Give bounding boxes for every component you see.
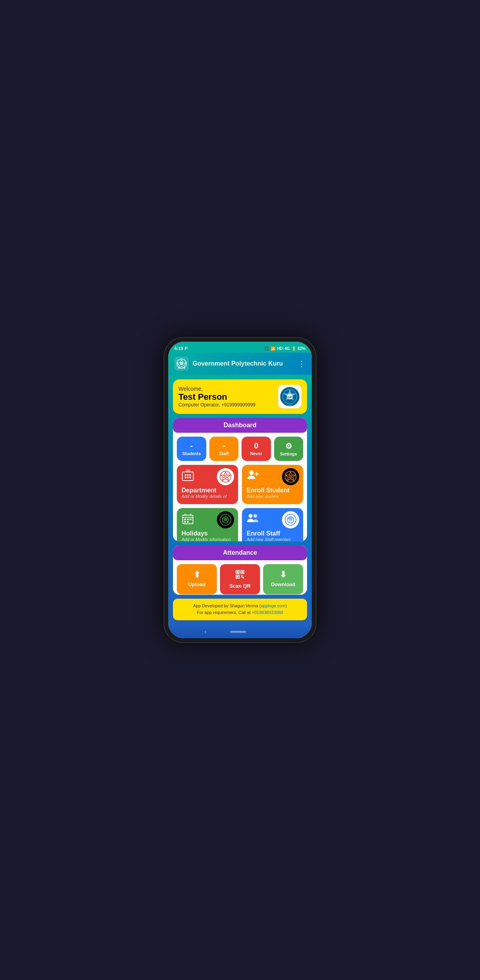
enroll-student-card[interactable]: Enroll Student Add new student <box>242 465 303 504</box>
svg-rect-34 <box>187 521 189 523</box>
department-icon: 24 <box>182 469 194 484</box>
user-name: Test Person <box>178 392 255 402</box>
footer-line2: For app requirement, Call at +9198389330… <box>178 609 302 616</box>
status-bar: 6:19 P 🎧 📶 HD↑4G 🔋 82% <box>168 342 312 353</box>
user-role: Computer Operator, +919999999999 <box>178 402 255 408</box>
students-value: - <box>180 441 203 450</box>
footer-card: App Developed by Shagun Verma (apploge.c… <box>173 599 307 620</box>
students-stat[interactable]: - Students <box>177 437 206 461</box>
enroll-staff-card[interactable]: Enroll Staff Add new Staff member. <box>242 508 303 541</box>
never-label: Never <box>245 451 268 456</box>
network-type: HD↑4G <box>277 346 290 351</box>
qr-icon <box>235 570 245 581</box>
svg-point-2 <box>180 362 183 365</box>
svg-rect-45 <box>242 571 243 573</box>
welcome-text: Welcome, Test Person Computer Operator, … <box>178 386 255 408</box>
greeting-text: Welcome, <box>178 386 255 392</box>
college-logo-icon <box>176 358 187 369</box>
svg-rect-14 <box>187 477 189 478</box>
svg-text:KURU: KURU <box>287 404 292 406</box>
svg-point-19 <box>224 475 227 479</box>
download-button[interactable]: ⬇ Download <box>263 564 303 594</box>
holidays-card[interactable]: Holidays Add or Modify information <box>177 508 238 541</box>
never-value: 0 <box>245 441 268 450</box>
never-stat[interactable]: 0 Never <box>242 437 271 461</box>
svg-point-20 <box>249 470 254 475</box>
back-button[interactable]: ‹ <box>204 628 206 635</box>
svg-rect-9 <box>182 472 193 481</box>
svg-text:GP: GP <box>287 395 292 399</box>
svg-rect-51 <box>242 577 244 578</box>
staff-stat[interactable]: - Staff <box>209 437 239 461</box>
enroll-staff-icon <box>247 512 259 527</box>
home-indicator[interactable] <box>230 631 246 633</box>
svg-rect-43 <box>237 571 238 573</box>
svg-rect-12 <box>189 474 191 476</box>
upload-button[interactable]: ⬆ Upload <box>177 564 217 594</box>
attendance-buttons: ⬆ Upload <box>173 564 307 594</box>
enroll-student-subtitle: Add new student <box>247 494 298 499</box>
svg-point-25 <box>289 475 293 479</box>
svg-rect-11 <box>187 474 189 476</box>
college-logo: GP KURU <box>278 385 302 408</box>
staff-label: Staff <box>213 451 236 456</box>
svg-rect-31 <box>187 519 189 520</box>
settings-stat[interactable]: ⚙ Settings <box>274 437 304 461</box>
enroll-staff-badge <box>282 511 299 528</box>
app-title: Government Polytechnic Kuru <box>193 360 294 367</box>
svg-rect-48 <box>241 575 242 576</box>
holidays-title: Holidays <box>182 530 233 537</box>
svg-rect-50 <box>241 577 242 577</box>
department-card[interactable]: 24 Department Add or Modify details of <box>177 465 238 504</box>
status-left: 6:19 P <box>175 346 187 351</box>
status-time: 6:19 <box>175 346 183 351</box>
enroll-student-badge <box>282 468 299 485</box>
department-title: Department <box>182 487 233 494</box>
attendance-section: Attendance ⬆ Upload <box>173 545 307 595</box>
footer-line1: App Developed by Shagun Verma (apploge.c… <box>178 603 302 610</box>
cards-grid: 24 Department Add or Modify details of <box>173 465 307 541</box>
stats-row: - Students - Staff 0 Never ⚙ Settings <box>173 437 307 461</box>
app-logo <box>175 357 189 371</box>
svg-rect-30 <box>184 519 186 520</box>
main-content: Welcome, Test Person Computer Operator, … <box>168 375 312 625</box>
phone-screen: 6:19 P 🎧 📶 HD↑4G 🔋 82% Government Polyte… <box>168 342 312 638</box>
dashboard-section: Dashboard - Students - Staff 0 Never <box>173 418 307 541</box>
footer-text2: For app requirement, Call at <box>197 610 252 615</box>
bottom-nav: ‹ <box>168 625 312 638</box>
department-subtitle: Add or Modify details of <box>182 494 233 499</box>
wifi-icon: 📶 <box>271 346 275 351</box>
svg-rect-49 <box>242 575 243 576</box>
svg-rect-52 <box>242 576 242 577</box>
svg-rect-32 <box>190 519 191 520</box>
svg-text:24: 24 <box>186 469 190 472</box>
enroll-staff-subtitle: Add new Staff member. <box>247 537 298 541</box>
enroll-staff-title: Enroll Staff <box>247 530 298 537</box>
svg-point-39 <box>253 514 257 518</box>
footer-text1: App Developed by Shagun Verma ( <box>193 603 260 608</box>
dashboard-header: Dashboard <box>173 418 307 433</box>
svg-point-38 <box>249 514 253 518</box>
download-label: Download <box>271 581 295 587</box>
footer-link1[interactable]: apploge.com <box>261 603 285 608</box>
upload-icon: ⬆ <box>193 570 200 580</box>
students-label: Students <box>180 451 203 456</box>
college-seal: GP KURU <box>280 386 300 407</box>
svg-rect-13 <box>185 477 186 478</box>
holidays-subtitle: Add or Modify information <box>182 537 233 541</box>
status-right: 🎧 📶 HD↑4G 🔋 82% <box>264 346 305 351</box>
footer-text1-end: ) <box>285 603 287 608</box>
menu-button[interactable]: ⋮ <box>298 359 305 368</box>
enroll-student-title: Enroll Student <box>247 487 298 494</box>
welcome-card: Welcome, Test Person Computer Operator, … <box>173 379 307 414</box>
download-icon: ⬇ <box>280 570 287 580</box>
scan-qr-button[interactable]: Scan QR <box>220 564 260 594</box>
svg-rect-47 <box>237 576 238 577</box>
svg-rect-10 <box>185 474 186 476</box>
attendance-header: Attendance <box>173 545 307 560</box>
phone-device: 6:19 P 🎧 📶 HD↑4G 🔋 82% Government Polyte… <box>164 337 316 643</box>
settings-label: Settings <box>277 452 300 456</box>
upload-label: Upload <box>188 581 205 587</box>
settings-icon-display: ⚙ <box>277 441 300 451</box>
footer-phone[interactable]: +919838933060 <box>252 610 283 615</box>
